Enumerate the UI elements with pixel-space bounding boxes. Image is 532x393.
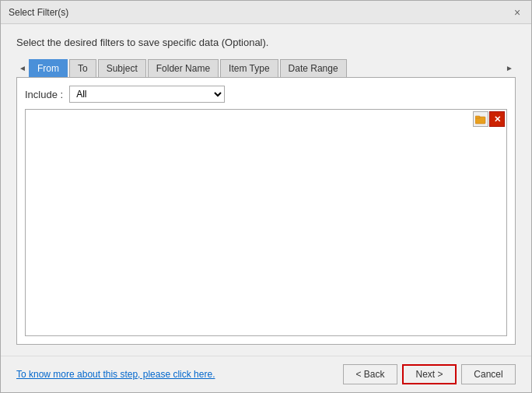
next-button[interactable]: Next > bbox=[402, 364, 457, 384]
include-label: Include : bbox=[25, 89, 63, 100]
select-filters-dialog: Select Filter(s) × Select the desired fi… bbox=[0, 0, 532, 393]
include-select[interactable]: All bbox=[69, 86, 225, 103]
include-row: Include : All bbox=[25, 86, 507, 103]
address-box-toolbar: ✕ bbox=[473, 111, 505, 127]
title-bar: Select Filter(s) × bbox=[1, 1, 531, 24]
address-book-button[interactable] bbox=[473, 111, 488, 127]
close-button[interactable]: × bbox=[511, 6, 523, 19]
tabs-container: ◄ From To Subject Folder Name Item Type … bbox=[16, 59, 516, 77]
tab-left-arrow[interactable]: ◄ bbox=[16, 60, 29, 77]
tab-subject[interactable]: Subject bbox=[98, 59, 146, 77]
back-button[interactable]: < Back bbox=[343, 364, 397, 384]
tabs-list: From To Subject Folder Name Item Type Da… bbox=[29, 59, 503, 77]
help-link[interactable]: To know more about this step, please cli… bbox=[16, 369, 215, 380]
content-panel: Include : All ✕ bbox=[16, 77, 516, 345]
svg-rect-1 bbox=[475, 116, 480, 118]
tab-item-type[interactable]: Item Type bbox=[220, 59, 278, 77]
folder-icon bbox=[475, 114, 486, 125]
tab-folder-name[interactable]: Folder Name bbox=[148, 59, 219, 77]
tab-from[interactable]: From bbox=[29, 59, 68, 77]
dialog-title: Select Filter(s) bbox=[9, 7, 68, 18]
tab-date-range[interactable]: Date Range bbox=[280, 59, 347, 77]
footer-buttons: < Back Next > Cancel bbox=[343, 364, 516, 384]
clear-button[interactable]: ✕ bbox=[489, 111, 505, 127]
footer: To know more about this step, please cli… bbox=[1, 356, 531, 392]
address-box: ✕ bbox=[25, 109, 507, 336]
tab-right-arrow[interactable]: ► bbox=[503, 60, 516, 77]
tab-to[interactable]: To bbox=[69, 59, 96, 77]
instruction-text: Select the desired filters to save speci… bbox=[16, 37, 516, 48]
cancel-button[interactable]: Cancel bbox=[461, 364, 516, 384]
dialog-body: Select the desired filters to save speci… bbox=[1, 24, 531, 353]
